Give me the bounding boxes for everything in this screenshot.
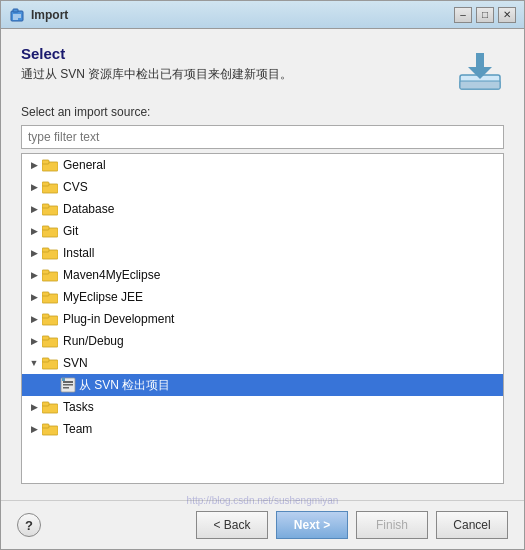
svg-rect-14 bbox=[42, 204, 49, 208]
svg-rect-33 bbox=[62, 378, 65, 381]
filter-input[interactable] bbox=[21, 125, 504, 149]
tree-label-plugin: Plug-in Development bbox=[63, 312, 174, 326]
footer-left: ? bbox=[17, 513, 41, 537]
minimize-button[interactable]: – bbox=[454, 7, 472, 23]
svg-rect-24 bbox=[42, 314, 49, 318]
tree-item-general[interactable]: General bbox=[22, 154, 503, 176]
svg-rect-6 bbox=[460, 81, 500, 89]
header-text: Select 通过从 SVN 资源库中检出已有项目来创建新项目。 bbox=[21, 45, 292, 83]
svg-rect-35 bbox=[42, 402, 49, 406]
arrow-cvs bbox=[28, 182, 40, 192]
source-label: Select an import source: bbox=[21, 105, 504, 119]
folder-icon-team bbox=[42, 422, 58, 436]
window-icon bbox=[9, 7, 25, 23]
folder-icon-database bbox=[42, 202, 58, 216]
title-bar-controls: – □ ✕ bbox=[454, 7, 516, 23]
import-window: Import – □ ✕ Select 通过从 SVN 资源库中检出已有项目来创… bbox=[0, 0, 525, 550]
finish-button[interactable]: Finish bbox=[356, 511, 428, 539]
back-button[interactable]: < Back bbox=[196, 511, 268, 539]
next-button[interactable]: Next > bbox=[276, 511, 348, 539]
tree-item-database[interactable]: Database bbox=[22, 198, 503, 220]
arrow-install bbox=[28, 248, 40, 258]
import-icon bbox=[456, 45, 504, 93]
arrow-myeclipse bbox=[28, 292, 40, 302]
tree-label-team: Team bbox=[63, 422, 92, 436]
tree-item-tasks[interactable]: Tasks bbox=[22, 396, 503, 418]
arrow-tasks bbox=[28, 402, 40, 412]
tree-item-cvs[interactable]: CVS bbox=[22, 176, 503, 198]
tree-item-svn[interactable]: SVN bbox=[22, 352, 503, 374]
folder-icon-rundebug bbox=[42, 334, 58, 348]
svg-rect-18 bbox=[42, 248, 49, 252]
folder-icon-cvs bbox=[42, 180, 58, 194]
window-title: Import bbox=[31, 8, 68, 22]
svg-rect-20 bbox=[42, 270, 49, 274]
folder-icon-git bbox=[42, 224, 58, 238]
tree-label-tasks: Tasks bbox=[63, 400, 94, 414]
tree-label-cvs: CVS bbox=[63, 180, 88, 194]
svg-rect-16 bbox=[42, 226, 49, 230]
checkout-icon bbox=[60, 377, 76, 393]
arrow-general bbox=[28, 160, 40, 170]
tree-item-rundebug[interactable]: Run/Debug bbox=[22, 330, 503, 352]
tree-label-database: Database bbox=[63, 202, 114, 216]
footer: ? < Back Next > Finish Cancel bbox=[1, 500, 524, 549]
folder-icon-tasks bbox=[42, 400, 58, 414]
svg-rect-10 bbox=[42, 160, 49, 164]
header-section: Select 通过从 SVN 资源库中检出已有项目来创建新项目。 bbox=[21, 45, 504, 93]
help-button[interactable]: ? bbox=[17, 513, 41, 537]
folder-icon-general bbox=[42, 158, 58, 172]
arrow-git bbox=[28, 226, 40, 236]
cancel-button[interactable]: Cancel bbox=[436, 511, 508, 539]
content-area: Select 通过从 SVN 资源库中检出已有项目来创建新项目。 Select … bbox=[1, 29, 524, 500]
folder-icon-install bbox=[42, 246, 58, 260]
folder-icon-maven bbox=[42, 268, 58, 282]
tree-label-maven: Maven4MyEclipse bbox=[63, 268, 160, 282]
tree-container[interactable]: General CVS Database bbox=[21, 153, 504, 484]
close-button[interactable]: ✕ bbox=[498, 7, 516, 23]
tree-label-myeclipse: MyEclipse JEE bbox=[63, 290, 143, 304]
tree-item-svn-checkout[interactable]: 从 SVN 检出项目 bbox=[22, 374, 503, 396]
folder-icon-svn bbox=[42, 356, 58, 370]
folder-icon-plugin bbox=[42, 312, 58, 326]
folder-icon-myeclipse bbox=[42, 290, 58, 304]
svg-rect-37 bbox=[42, 424, 49, 428]
arrow-svn bbox=[28, 358, 40, 368]
arrow-database bbox=[28, 204, 40, 214]
arrow-rundebug bbox=[28, 336, 40, 346]
arrow-team bbox=[28, 424, 40, 434]
tree-label-general: General bbox=[63, 158, 106, 172]
maximize-button[interactable]: □ bbox=[476, 7, 494, 23]
tree-label-rundebug: Run/Debug bbox=[63, 334, 124, 348]
footer-right: < Back Next > Finish Cancel bbox=[196, 511, 508, 539]
arrow-plugin bbox=[28, 314, 40, 324]
tree-label-git: Git bbox=[63, 224, 78, 238]
tree-item-maven[interactable]: Maven4MyEclipse bbox=[22, 264, 503, 286]
tree-label-svn-checkout: 从 SVN 检出项目 bbox=[79, 377, 170, 394]
svg-rect-30 bbox=[63, 381, 73, 383]
tree-label-install: Install bbox=[63, 246, 94, 260]
svg-rect-32 bbox=[63, 387, 69, 389]
tree-item-install[interactable]: Install bbox=[22, 242, 503, 264]
svg-rect-12 bbox=[42, 182, 49, 186]
svg-rect-26 bbox=[42, 336, 49, 340]
arrow-maven bbox=[28, 270, 40, 280]
tree-item-team[interactable]: Team bbox=[22, 418, 503, 440]
title-bar: Import – □ ✕ bbox=[1, 1, 524, 29]
svg-rect-28 bbox=[42, 358, 49, 362]
svg-rect-31 bbox=[63, 384, 73, 386]
tree-item-git[interactable]: Git bbox=[22, 220, 503, 242]
tree-item-myeclipse[interactable]: MyEclipse JEE bbox=[22, 286, 503, 308]
svg-rect-1 bbox=[13, 9, 18, 12]
tree-item-plugin[interactable]: Plug-in Development bbox=[22, 308, 503, 330]
header-title: Select bbox=[21, 45, 292, 62]
svg-rect-22 bbox=[42, 292, 49, 296]
tree-label-svn: SVN bbox=[63, 356, 88, 370]
header-description: 通过从 SVN 资源库中检出已有项目来创建新项目。 bbox=[21, 66, 292, 83]
